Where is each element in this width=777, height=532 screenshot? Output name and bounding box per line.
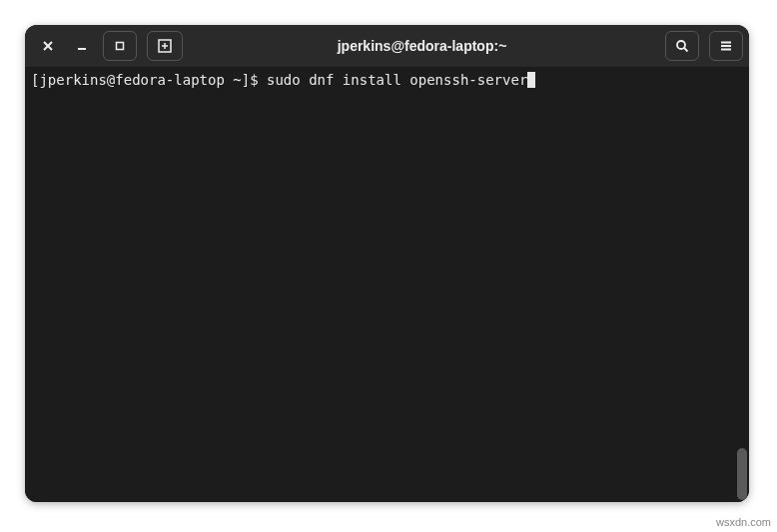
new-tab-icon: [157, 38, 173, 54]
titlebar-right-controls: [661, 31, 743, 61]
svg-line-8: [684, 48, 688, 52]
typed-command: sudo dnf install openssh-server: [267, 72, 527, 88]
titlebar-left-controls: [31, 31, 183, 61]
maximize-icon: [115, 41, 125, 51]
watermark: wsxdn.com: [716, 516, 771, 528]
window-title: jperkins@fedora-laptop:~: [183, 38, 661, 54]
search-button[interactable]: [665, 31, 699, 61]
new-tab-button[interactable]: [147, 31, 183, 61]
svg-point-7: [677, 41, 685, 49]
minimize-icon: [76, 40, 88, 52]
titlebar: jperkins@fedora-laptop:~: [25, 25, 749, 67]
cursor: [527, 72, 535, 88]
search-icon: [675, 39, 689, 53]
close-icon: [42, 40, 54, 52]
terminal-window: jperkins@fedora-laptop:~ [jperkins@fedor…: [25, 25, 749, 502]
terminal-content[interactable]: [jperkins@fedora-laptop ~]$ sudo dnf ins…: [25, 67, 749, 502]
maximize-button[interactable]: [103, 31, 137, 61]
prompt-line: [jperkins@fedora-laptop ~]$ sudo dnf ins…: [31, 71, 743, 91]
scrollbar-thumb[interactable]: [737, 448, 747, 500]
hamburger-icon: [719, 39, 733, 53]
minimize-button[interactable]: [65, 31, 99, 61]
close-button[interactable]: [31, 31, 65, 61]
shell-prompt: [jperkins@fedora-laptop ~]$: [31, 72, 267, 88]
svg-rect-3: [117, 43, 124, 50]
menu-button[interactable]: [709, 31, 743, 61]
